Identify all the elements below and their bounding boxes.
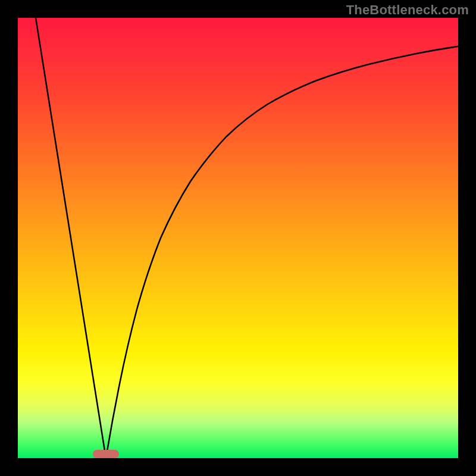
watermark-text: TheBottleneck.com (346, 2, 469, 18)
right-branch-line (106, 46, 458, 458)
minimum-marker (93, 450, 119, 458)
chart-frame: TheBottleneck.com (0, 0, 476, 476)
left-branch-line (36, 18, 106, 458)
plot-area (18, 18, 458, 458)
curve-overlay (18, 18, 458, 458)
